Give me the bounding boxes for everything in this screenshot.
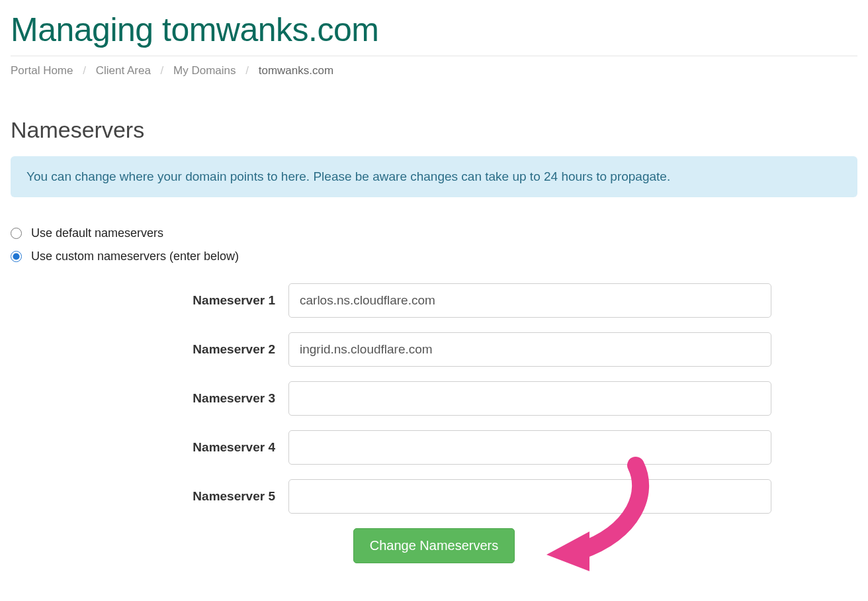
custom-nameservers-radio[interactable]	[11, 251, 22, 262]
nameserver-form: Nameserver 1 Nameserver 2 Nameserver 3 N…	[11, 283, 857, 563]
default-nameservers-radio[interactable]	[11, 228, 22, 239]
change-nameservers-button[interactable]: Change Nameservers	[353, 528, 515, 563]
breadcrumb-client-area[interactable]: Client Area	[96, 64, 151, 77]
nameserver-3-label: Nameserver 3	[11, 391, 288, 406]
breadcrumb: Portal Home / Client Area / My Domains /…	[11, 64, 857, 77]
nameserver-row-1: Nameserver 1	[11, 283, 857, 318]
nameserver-2-label: Nameserver 2	[11, 342, 288, 357]
nameserver-4-input[interactable]	[288, 430, 771, 465]
nameserver-3-input[interactable]	[288, 381, 771, 416]
breadcrumb-separator: /	[245, 64, 249, 77]
custom-nameservers-label: Use custom nameservers (enter below)	[31, 250, 239, 263]
nameserver-2-input[interactable]	[288, 332, 771, 367]
nameserver-5-label: Nameserver 5	[11, 489, 288, 504]
nameserver-row-2: Nameserver 2	[11, 332, 857, 367]
custom-nameservers-option[interactable]: Use custom nameservers (enter below)	[11, 250, 857, 263]
nameserver-4-label: Nameserver 4	[11, 440, 288, 455]
nameserver-1-label: Nameserver 1	[11, 293, 288, 308]
breadcrumb-separator: /	[161, 64, 164, 77]
page-title: Managing tomwanks.com	[11, 11, 857, 49]
default-nameservers-label: Use default nameservers	[31, 226, 163, 240]
breadcrumb-separator: /	[83, 64, 86, 77]
submit-row: Change Nameservers	[11, 528, 857, 563]
breadcrumb-portal-home[interactable]: Portal Home	[11, 64, 73, 77]
nameserver-5-input[interactable]	[288, 479, 771, 514]
nameserver-row-5: Nameserver 5	[11, 479, 857, 514]
nameserver-mode-group: Use default nameservers Use custom names…	[11, 226, 857, 263]
info-alert: You can change where your domain points …	[11, 156, 857, 197]
default-nameservers-option[interactable]: Use default nameservers	[11, 226, 857, 240]
breadcrumb-my-domains[interactable]: My Domains	[173, 64, 236, 77]
nameserver-1-input[interactable]	[288, 283, 771, 318]
nameserver-row-3: Nameserver 3	[11, 381, 857, 416]
nameserver-row-4: Nameserver 4	[11, 430, 857, 465]
breadcrumb-current: tomwanks.com	[259, 64, 333, 77]
arrow-annotation-icon	[533, 455, 666, 574]
section-title: Nameservers	[11, 117, 857, 143]
breadcrumb-wrapper: Portal Home / Client Area / My Domains /…	[11, 56, 857, 104]
